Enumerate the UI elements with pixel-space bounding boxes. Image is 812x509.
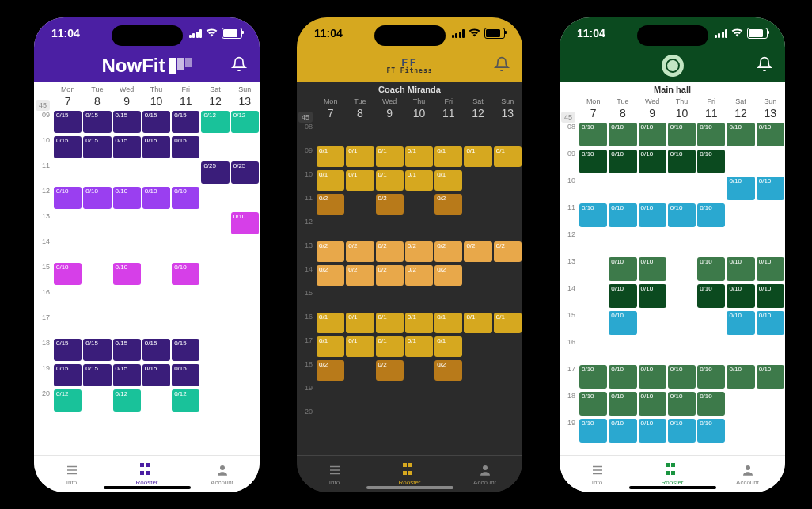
time-slot[interactable]: 0/10 bbox=[639, 284, 666, 308]
time-slot[interactable]: 0/2 bbox=[346, 265, 374, 286]
time-slot[interactable]: 0/1 bbox=[376, 336, 404, 357]
time-slot[interactable]: 0/10 bbox=[727, 177, 754, 200]
day-header[interactable]: Mon7 bbox=[579, 94, 608, 121]
day-header[interactable]: Fri11 bbox=[171, 82, 200, 109]
time-slot[interactable]: 0/1 bbox=[376, 313, 404, 333]
time-slot[interactable]: 0/10 bbox=[231, 212, 259, 234]
time-slot[interactable]: 0/1 bbox=[405, 170, 433, 191]
time-slot[interactable]: 0/15 bbox=[142, 136, 170, 158]
time-slot[interactable]: 0/10 bbox=[697, 123, 725, 146]
time-slot[interactable]: 0/15 bbox=[83, 339, 111, 361]
time-slot[interactable]: 0/2 bbox=[434, 194, 462, 215]
time-slot[interactable]: 0/10 bbox=[757, 311, 784, 335]
time-slot[interactable]: 0/10 bbox=[579, 123, 607, 146]
time-slot[interactable]: 0/2 bbox=[317, 265, 344, 286]
time-slot[interactable]: 0/10 bbox=[142, 187, 170, 209]
time-slot[interactable]: 0/10 bbox=[757, 123, 784, 146]
tab-account[interactable]: Account bbox=[447, 456, 522, 492]
day-header[interactable]: Wed9 bbox=[375, 94, 404, 121]
time-slot[interactable]: 0/10 bbox=[639, 392, 666, 416]
notifications-icon[interactable] bbox=[757, 56, 772, 75]
notifications-icon[interactable] bbox=[231, 56, 247, 75]
time-slot[interactable]: 0/10 bbox=[609, 123, 636, 146]
time-slot[interactable]: 0/15 bbox=[54, 111, 82, 133]
time-slot[interactable]: 0/15 bbox=[54, 136, 82, 158]
calendar[interactable]: Mon7Tue8Wed9Thu10Fri11Sat12Sun1345080910… bbox=[297, 94, 522, 455]
time-slot[interactable]: 0/15 bbox=[172, 111, 199, 133]
time-slot[interactable]: 0/15 bbox=[83, 136, 111, 158]
day-header[interactable]: Tue8 bbox=[608, 94, 637, 121]
time-slot[interactable]: 0/25 bbox=[231, 161, 259, 184]
day-header[interactable]: Tue8 bbox=[82, 82, 112, 109]
time-slot[interactable]: 0/10 bbox=[639, 419, 666, 443]
time-slot[interactable]: 0/10 bbox=[113, 263, 141, 285]
time-slot[interactable]: 0/10 bbox=[172, 263, 199, 285]
time-slot[interactable]: 0/10 bbox=[668, 150, 696, 173]
time-slot[interactable]: 0/10 bbox=[609, 203, 636, 227]
time-slot[interactable]: 0/15 bbox=[113, 111, 141, 133]
time-slot[interactable]: 0/1 bbox=[376, 146, 404, 167]
time-slot[interactable]: 0/10 bbox=[113, 187, 141, 209]
time-slot[interactable]: 0/10 bbox=[609, 257, 636, 281]
time-slot[interactable]: 0/10 bbox=[727, 311, 754, 335]
time-slot[interactable]: 0/10 bbox=[668, 392, 696, 416]
time-slot[interactable]: 0/2 bbox=[464, 241, 491, 262]
time-slot[interactable]: 0/10 bbox=[639, 203, 666, 227]
time-slot[interactable]: 0/10 bbox=[54, 187, 82, 209]
time-slot[interactable]: 0/10 bbox=[697, 203, 725, 227]
time-slot[interactable]: 0/15 bbox=[54, 339, 82, 361]
time-slot[interactable]: 0/10 bbox=[579, 419, 607, 443]
time-slot[interactable]: 0/10 bbox=[727, 123, 754, 146]
time-slot[interactable]: 0/2 bbox=[376, 241, 404, 262]
day-header[interactable]: Thu10 bbox=[404, 94, 434, 121]
time-slot[interactable]: 0/10 bbox=[579, 365, 607, 389]
time-slot[interactable]: 0/10 bbox=[757, 365, 784, 389]
time-slot[interactable]: 0/10 bbox=[697, 150, 725, 173]
tab-info[interactable]: Info bbox=[560, 456, 635, 492]
time-slot[interactable]: 0/2 bbox=[376, 194, 404, 215]
time-slot[interactable]: 0/2 bbox=[376, 360, 404, 381]
day-header[interactable]: Thu10 bbox=[142, 82, 171, 109]
time-slot[interactable]: 0/15 bbox=[54, 364, 82, 386]
time-slot[interactable]: 0/1 bbox=[346, 146, 374, 167]
tab-account[interactable]: Account bbox=[184, 456, 260, 492]
time-slot[interactable]: 0/10 bbox=[668, 365, 696, 389]
time-slot[interactable]: 0/1 bbox=[317, 336, 344, 357]
time-slot[interactable]: 0/2 bbox=[376, 265, 404, 286]
time-slot[interactable]: 0/2 bbox=[434, 241, 462, 262]
time-slot[interactable]: 0/1 bbox=[434, 313, 462, 333]
day-header[interactable]: Mon7 bbox=[53, 82, 82, 109]
day-header[interactable]: Sat12 bbox=[726, 94, 755, 121]
time-slot[interactable]: 0/25 bbox=[201, 161, 229, 184]
day-header[interactable]: Sun13 bbox=[230, 82, 260, 109]
time-slot[interactable]: 0/10 bbox=[579, 392, 607, 416]
time-slot[interactable]: 0/10 bbox=[54, 263, 82, 285]
time-slot[interactable]: 0/10 bbox=[668, 203, 696, 227]
time-slot[interactable]: 0/10 bbox=[609, 392, 636, 416]
time-slot[interactable]: 0/10 bbox=[579, 150, 607, 173]
day-header[interactable]: Wed9 bbox=[112, 82, 142, 109]
day-header[interactable]: Mon7 bbox=[316, 94, 345, 121]
day-header[interactable]: Fri11 bbox=[696, 94, 726, 121]
time-slot[interactable]: 0/10 bbox=[639, 365, 666, 389]
time-slot[interactable]: 0/15 bbox=[83, 364, 111, 386]
time-slot[interactable]: 0/1 bbox=[317, 170, 344, 191]
time-slot[interactable]: 0/1 bbox=[494, 146, 522, 167]
time-slot[interactable]: 0/1 bbox=[434, 170, 462, 191]
time-slot[interactable]: 0/10 bbox=[579, 203, 607, 227]
time-slot[interactable]: 0/15 bbox=[142, 111, 170, 133]
time-slot[interactable]: 0/10 bbox=[609, 311, 636, 335]
time-slot[interactable]: 0/1 bbox=[346, 336, 374, 357]
time-slot[interactable]: 0/2 bbox=[317, 194, 344, 215]
time-slot[interactable]: 0/10 bbox=[727, 257, 754, 281]
time-slot[interactable]: 0/2 bbox=[405, 241, 433, 262]
calendar[interactable]: Mon7Tue8Wed9Thu10Fri11Sat12Sun1345091011… bbox=[34, 82, 260, 455]
time-slot[interactable]: 0/12 bbox=[113, 389, 141, 412]
time-slot[interactable]: 0/2 bbox=[494, 241, 522, 262]
time-slot[interactable]: 0/12 bbox=[54, 389, 82, 412]
time-slot[interactable]: 0/10 bbox=[697, 392, 725, 416]
day-header[interactable]: Tue8 bbox=[345, 94, 374, 121]
time-slot[interactable]: 0/2 bbox=[434, 360, 462, 381]
time-slot[interactable]: 0/10 bbox=[757, 177, 784, 200]
time-slot[interactable]: 0/10 bbox=[697, 419, 725, 443]
